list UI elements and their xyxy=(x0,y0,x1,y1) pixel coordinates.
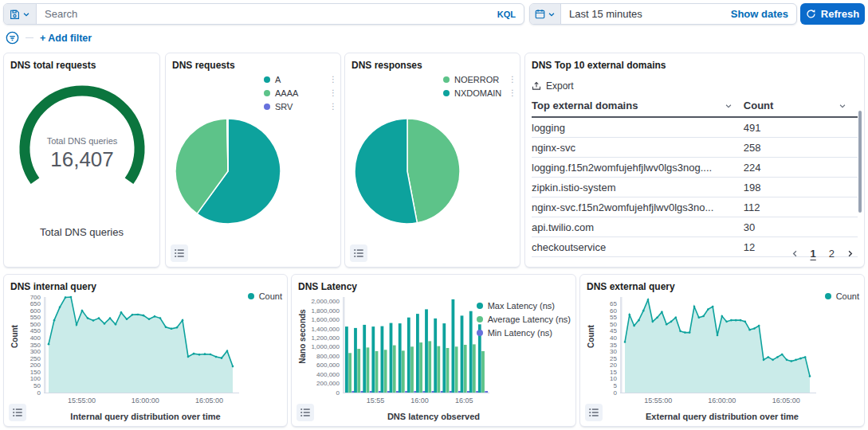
svg-text:45: 45 xyxy=(610,327,617,334)
filter-drop-divider xyxy=(26,37,33,38)
panel-dns-responses: DNS responses NOERROR⋮NXDOMAIN⋮ xyxy=(344,53,520,268)
svg-text:5: 5 xyxy=(614,382,618,389)
legend-actions-icon[interactable]: ⋮ xyxy=(329,104,337,110)
external-query-area-chart[interactable]: 0510152025303540455055606515:55:0016:00:… xyxy=(587,291,859,413)
export-button[interactable]: Export xyxy=(532,80,858,92)
svg-text:1,800,000: 1,800,000 xyxy=(311,307,340,315)
svg-text:100: 100 xyxy=(30,375,41,382)
legend-item[interactable]: A⋮ xyxy=(264,72,337,86)
svg-text:600: 600 xyxy=(30,307,41,315)
saved-query-menu-button[interactable] xyxy=(4,4,37,24)
sort-chevron-icon xyxy=(839,102,846,110)
cell-count: 258 xyxy=(744,142,858,154)
svg-text:300: 300 xyxy=(30,348,41,355)
svg-text:25: 25 xyxy=(610,355,617,362)
chevron-down-icon xyxy=(548,10,556,18)
table-row: nginx-svc.f15n2womfujehfjlwv0lgs3no...11… xyxy=(532,197,858,217)
svg-text:600,000: 600,000 xyxy=(316,362,340,369)
filter-icon[interactable] xyxy=(6,31,19,45)
svg-text:15:55:00: 15:55:00 xyxy=(68,397,96,405)
legend-item[interactable]: NXDOMAIN⋮ xyxy=(443,86,516,100)
svg-text:16:00:00: 16:00:00 xyxy=(132,397,159,405)
pagination-page-1[interactable]: 1 xyxy=(809,247,818,260)
legend-item[interactable]: AAAA⋮ xyxy=(264,86,337,100)
legend-item[interactable]: SRV⋮ xyxy=(264,100,337,113)
dns-responses-pie-chart[interactable] xyxy=(352,115,463,230)
table-scrollbar[interactable] xyxy=(858,111,862,213)
legend-dot xyxy=(825,293,831,299)
legend-toggle-button[interactable] xyxy=(171,244,188,262)
svg-text:Total DNS queries: Total DNS queries xyxy=(46,136,117,146)
pagination-page-2[interactable]: 2 xyxy=(827,247,836,260)
search-bar: KQL xyxy=(3,3,524,25)
list-icon xyxy=(174,248,185,259)
legend-toggle-button[interactable] xyxy=(585,404,603,421)
legend-item[interactable]: Min Latency (ns) xyxy=(477,326,571,339)
dns-requests-pie-chart[interactable] xyxy=(172,115,284,230)
legend-label: AAAA xyxy=(275,88,324,98)
chart-subtitle: DNS latency observed xyxy=(292,412,575,421)
date-quick-select-button[interactable] xyxy=(530,4,561,24)
table-header: Top external domains Count xyxy=(532,100,858,118)
export-label: Export xyxy=(546,80,574,92)
total-queries-gauge: Total DNS queries 16,407 xyxy=(10,80,154,200)
svg-text:1,400,000: 1,400,000 xyxy=(311,326,340,333)
internal-query-area-chart[interactable]: 0501001502002503003504004505005506006507… xyxy=(10,291,282,413)
pagination-next-icon[interactable] xyxy=(846,249,854,258)
chart-subtitle: Internal query distribution over time xyxy=(4,412,287,421)
svg-text:16:00:00: 16:00:00 xyxy=(708,397,736,405)
legend-dot xyxy=(443,76,450,83)
svg-text:50: 50 xyxy=(610,321,617,328)
cell-count: 30 xyxy=(744,221,858,233)
legend-item[interactable]: Count xyxy=(825,289,859,303)
legend-actions-icon[interactable]: ⋮ xyxy=(509,76,516,83)
legend-item[interactable]: Count xyxy=(248,289,282,303)
panel-title: DNS total requests xyxy=(10,60,96,71)
cell-domain: checkoutservice xyxy=(532,241,744,253)
dashboard: KQL Last 15 minutes Show dates Refresh +… xyxy=(0,0,868,430)
panel-title: DNS requests xyxy=(172,60,334,71)
legend-toggle-button[interactable] xyxy=(350,244,367,262)
list-icon xyxy=(588,407,599,418)
pagination-prev-icon[interactable] xyxy=(791,249,799,258)
list-icon xyxy=(300,407,311,418)
svg-text:250: 250 xyxy=(30,355,41,362)
svg-text:200,000: 200,000 xyxy=(316,380,340,387)
legend-actions-icon[interactable]: ⋮ xyxy=(329,76,337,83)
refresh-button[interactable]: Refresh xyxy=(800,3,865,25)
svg-text:16:05:00: 16:05:00 xyxy=(772,397,800,405)
legend-item[interactable]: Average Latency (ns) xyxy=(477,312,571,326)
legend-item[interactable]: NOERROR⋮ xyxy=(443,72,516,86)
query-language-button[interactable]: KQL xyxy=(489,4,524,24)
cell-count: 491 xyxy=(744,122,858,134)
legend-toggle-button[interactable] xyxy=(9,404,26,421)
cell-domain: logging.f15n2womfujehfjlwv0lgs3nog.... xyxy=(532,162,744,174)
panel-dns-requests: DNS requests A⋮AAAA⋮SRV⋮ xyxy=(165,53,341,268)
export-icon xyxy=(532,81,541,91)
legend-actions-icon[interactable]: ⋮ xyxy=(509,90,516,96)
legend-item[interactable]: Max Latency (ns) xyxy=(477,299,571,312)
legend-label: NXDOMAIN xyxy=(454,88,504,98)
svg-text:500: 500 xyxy=(30,321,41,328)
add-filter-button[interactable]: + Add filter xyxy=(40,33,92,44)
panel-dns-latency: DNS Latency Nano seconds 0200,000400,000… xyxy=(291,274,576,427)
column-header-domains[interactable]: Top external domains xyxy=(532,100,744,111)
legend-label: Count xyxy=(836,291,859,301)
svg-text:400,000: 400,000 xyxy=(316,371,340,378)
legend-toggle-button[interactable] xyxy=(297,404,314,421)
legend-actions-icon[interactable]: ⋮ xyxy=(329,90,337,96)
cell-domain: nginx-svc.f15n2womfujehfjlwv0lgs3no... xyxy=(532,201,744,213)
svg-text:350: 350 xyxy=(30,342,41,349)
svg-text:35: 35 xyxy=(610,342,617,349)
search-input[interactable] xyxy=(37,4,489,24)
table-row: api.twilio.com30 xyxy=(532,217,858,237)
svg-text:16,407: 16,407 xyxy=(50,147,114,171)
column-header-count[interactable]: Count xyxy=(744,100,858,111)
svg-text:800,000: 800,000 xyxy=(316,353,340,360)
time-range-value[interactable]: Last 15 minutes xyxy=(561,4,731,24)
sort-chevron-icon xyxy=(725,102,732,110)
svg-text:1,000,000: 1,000,000 xyxy=(311,343,340,350)
svg-text:40: 40 xyxy=(610,334,617,342)
svg-text:650: 650 xyxy=(30,300,41,307)
show-dates-button[interactable]: Show dates xyxy=(731,4,796,24)
